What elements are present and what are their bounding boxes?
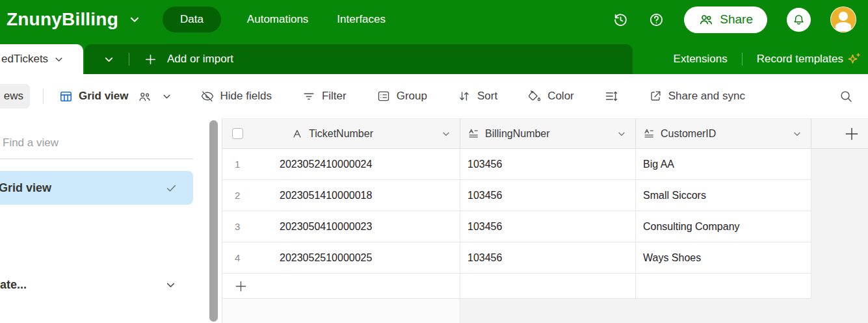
cell-ticketnumber[interactable]: 3 2023050410000023 <box>222 211 460 242</box>
chevron-down-icon[interactable] <box>162 92 172 101</box>
add-row[interactable] <box>222 274 811 299</box>
nav-tab-automations[interactable]: Automations <box>244 6 311 32</box>
chevron-down-icon[interactable] <box>441 129 451 138</box>
data-grid: TicketNumber BillingNumber CustomerID <box>222 118 868 323</box>
filter-icon <box>302 89 316 103</box>
avatar[interactable] <box>830 6 856 32</box>
cell-ticketnumber[interactable]: 2 2023051410000018 <box>222 180 460 211</box>
table-tab-active[interactable]: edTickets <box>0 44 83 74</box>
row-number: 3 <box>222 221 280 232</box>
add-or-import-button[interactable]: Add or import <box>167 53 233 66</box>
table-tab-label: edTickets <box>1 53 48 66</box>
share-and-sync-label: Share and sync <box>668 90 745 103</box>
search-icon[interactable] <box>839 89 854 104</box>
share-sync-icon <box>648 89 663 103</box>
column-header-ticketnumber[interactable]: TicketNumber <box>222 119 460 148</box>
current-view-switcher[interactable]: Grid view <box>59 90 172 103</box>
extensions-button[interactable]: Extensions <box>674 53 728 66</box>
column-header-billingnumber[interactable]: BillingNumber <box>460 119 636 148</box>
long-text-icon <box>467 128 479 140</box>
table-tabs-bar: edTickets Add or import Extensions Recor… <box>0 39 868 74</box>
view-toolbar: ews Grid view Hide fields Filter <box>0 74 868 118</box>
divider <box>129 53 129 66</box>
app-header: ZnunyBilling Data Automations Interfaces… <box>0 0 868 39</box>
sort-icon <box>457 89 471 103</box>
color-button[interactable]: Color <box>527 89 574 103</box>
long-text-icon <box>643 128 655 140</box>
cell-ticketnumber[interactable]: 1 2023052410000024 <box>222 149 460 179</box>
cell-customerid[interactable]: Consulting Company <box>636 211 811 242</box>
grid-view-icon <box>59 90 73 103</box>
help-icon[interactable] <box>648 12 664 28</box>
row-height-icon <box>604 89 618 103</box>
chevron-down-icon[interactable] <box>129 14 140 25</box>
cell-billingnumber[interactable]: 103456 <box>460 242 636 273</box>
divider <box>43 88 44 104</box>
table-row: 3 2023050410000023 103456 Consulting Com… <box>222 211 811 242</box>
select-all-checkbox[interactable] <box>232 128 243 139</box>
sort-label: Sort <box>477 90 497 103</box>
bell-icon <box>792 13 806 27</box>
avatar-icon <box>839 12 848 21</box>
share-people-icon <box>698 12 714 27</box>
primary-nav: Data Automations Interfaces <box>163 6 388 32</box>
collaborators-icon <box>138 90 151 103</box>
sidebar-view-label: Grid view <box>0 181 51 195</box>
cell-ticketnumber[interactable]: 4 2023052510000025 <box>222 242 460 273</box>
share-and-sync-button[interactable]: Share and sync <box>648 89 745 103</box>
plus-icon[interactable] <box>144 53 157 66</box>
app-title[interactable]: ZnunyBilling <box>7 9 118 30</box>
cell-customerid[interactable]: Ways Shoes <box>636 242 811 273</box>
cell-customerid[interactable]: Small Siccors <box>636 180 811 211</box>
grid-header-row: TicketNumber BillingNumber CustomerID <box>222 118 868 149</box>
cell-billingnumber[interactable]: 103456 <box>460 180 636 211</box>
sidebar-item-grid-view[interactable]: Grid view <box>0 171 193 205</box>
filter-label: Filter <box>322 90 347 103</box>
cell-billingnumber[interactable]: 103456 <box>460 149 636 179</box>
expand-tables-chevron-icon[interactable] <box>103 54 114 65</box>
chevron-down-icon[interactable] <box>54 55 64 64</box>
hide-fields-label: Hide fields <box>220 90 272 103</box>
frozen-column-filler <box>222 299 460 323</box>
sort-button[interactable]: Sort <box>457 89 497 103</box>
add-column-button[interactable] <box>811 119 868 148</box>
share-button-label: Share <box>720 12 753 27</box>
table-row: 4 2023052510000025 103456 Ways Shoes <box>222 242 811 274</box>
current-view-name: Grid view <box>79 90 129 103</box>
row-height-button[interactable] <box>604 89 618 103</box>
color-icon <box>527 89 542 103</box>
table-tabs-strip: Add or import <box>85 44 633 74</box>
record-templates-button[interactable]: Record templates <box>757 53 843 66</box>
chevron-down-icon[interactable] <box>793 129 802 138</box>
create-section-toggle[interactable]: ate... <box>0 278 193 292</box>
nav-tab-interfaces[interactable]: Interfaces <box>334 6 388 32</box>
column-header-customerid[interactable]: CustomerID <box>636 119 811 148</box>
cell-billingnumber[interactable]: 103456 <box>460 211 636 242</box>
group-button[interactable]: Group <box>376 89 427 103</box>
share-button[interactable]: Share <box>684 6 767 33</box>
chevron-down-icon[interactable] <box>617 129 626 138</box>
find-view-input[interactable] <box>3 136 185 149</box>
header-actions: Share <box>612 6 856 33</box>
notifications-button[interactable] <box>787 8 811 32</box>
color-label: Color <box>547 90 574 103</box>
column-label: CustomerID <box>661 128 716 140</box>
sparkle-icon <box>846 51 861 67</box>
views-sidebar: Grid view ate... <box>0 118 222 323</box>
sidebar-scrollbar[interactable] <box>209 120 218 322</box>
checkmark-icon <box>165 182 178 194</box>
column-label: TicketNumber <box>309 128 373 140</box>
views-button[interactable]: ews <box>0 84 30 109</box>
hide-fields-button[interactable]: Hide fields <box>200 89 272 103</box>
filter-button[interactable]: Filter <box>302 89 347 103</box>
history-icon[interactable] <box>612 12 629 28</box>
nav-tab-data[interactable]: Data <box>163 6 221 32</box>
cell-customerid[interactable]: Big AA <box>636 149 811 179</box>
create-label: ate... <box>0 278 27 292</box>
row-number: 4 <box>222 252 280 263</box>
group-icon <box>376 89 391 103</box>
row-number: 2 <box>222 190 280 201</box>
table-bar-right: Extensions Record templates <box>674 44 861 74</box>
main-area: Grid view ate... TicketNumber <box>0 118 868 323</box>
table-row: 1 2023052410000024 103456 Big AA <box>222 149 811 180</box>
